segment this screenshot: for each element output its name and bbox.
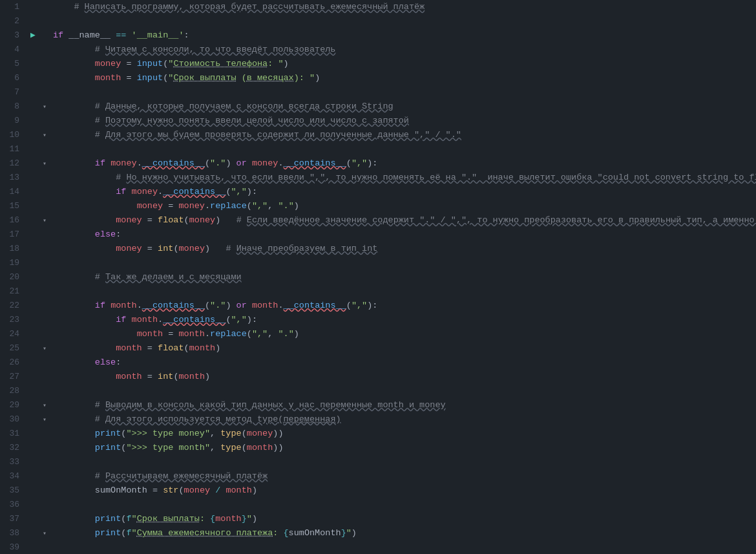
fold-25[interactable]: ▾	[39, 341, 50, 356]
line-content-3[interactable]: if __name__ == '__main__':	[50, 28, 756, 43]
line-num-35: 35	[0, 484, 27, 498]
line-30: 30 ▾ # Для этого используется метод type…	[0, 412, 756, 427]
line-num-17: 17	[0, 228, 27, 242]
line-content-6[interactable]: month = input("Срок выплаты (в месяцах):…	[50, 71, 756, 85]
line-5: 5 money = input("Стоимость телефона: ")	[0, 57, 756, 71]
line-num-16: 16	[0, 213, 27, 228]
line-content-38[interactable]: print(f"Сумма ежемесячного платежа: {sum…	[50, 526, 756, 540]
line-content-32[interactable]: print(">>> type month", type(month))	[50, 441, 756, 455]
line-num-38: 38	[0, 526, 27, 540]
fold-10[interactable]: ▾	[39, 128, 50, 143]
line-content-8: # Данные, которые получаем с консоли все…	[50, 100, 756, 114]
line-content-20: # Так же делаем и с месяцами	[50, 270, 756, 284]
line-content-35[interactable]: sumOnMonth = str(money / month)	[50, 484, 756, 498]
line-19: 19	[0, 256, 756, 270]
line-content-5[interactable]: money = input("Стоимость телефона: ")	[50, 57, 756, 71]
line-29: 29 ▾ # Выводим в консоль какой тип данны…	[0, 398, 756, 412]
line-10: 10 ▾ # Для этого мы будем проверять соде…	[0, 128, 756, 142]
line-num-19: 19	[0, 256, 27, 270]
line-21: 21	[0, 284, 756, 299]
line-18: 18 money = int(money) # Иначе преобразуе…	[0, 242, 756, 256]
line-num-34: 34	[0, 469, 27, 484]
code-editor: 1 # Написать программу, которая будет ра…	[0, 0, 756, 554]
line-7: 7	[0, 85, 756, 100]
line-num-23: 23	[0, 313, 27, 327]
line-num-27: 27	[0, 370, 27, 384]
line-num-11: 11	[0, 142, 27, 156]
line-num-15: 15	[0, 199, 27, 213]
line-27: 27 month = int(month)	[0, 370, 756, 384]
line-6: 6 month = input("Срок выплаты (в месяцах…	[0, 71, 756, 85]
line-38: 38 ▾ print(f"Сумма ежемесячного платежа:…	[0, 526, 756, 540]
line-num-7: 7	[0, 85, 27, 100]
line-content-12[interactable]: if money.__contains__(".") or money.__co…	[50, 156, 756, 171]
line-content-17[interactable]: else:	[50, 228, 756, 242]
line-content-30: # Для этого используется метод type(пере…	[50, 412, 756, 427]
line-content-9: # Поэтому нужно понять ввели целой число…	[50, 114, 756, 128]
line-4: 4 # Читаем с консоли, то что введёт поль…	[0, 43, 756, 57]
fold-38[interactable]: ▾	[39, 526, 50, 541]
line-25: 25 ▾ month = float(month)	[0, 341, 756, 356]
line-num-28: 28	[0, 384, 27, 398]
line-num-22: 22	[0, 299, 27, 313]
line-content-26[interactable]: else:	[50, 356, 756, 370]
fold-16[interactable]: ▾	[39, 213, 50, 228]
line-26: 26 else:	[0, 356, 756, 370]
line-28: 28	[0, 384, 756, 398]
line-num-32: 32	[0, 441, 27, 455]
line-num-31: 31	[0, 427, 27, 441]
line-num-5: 5	[0, 57, 27, 71]
line-34: 34 # Рассчитываем ежемесячный платёж	[0, 469, 756, 484]
line-content-34: # Рассчитываем ежемесячный платёж	[50, 469, 756, 484]
line-15: 15 money = money.replace(",", ".")	[0, 199, 756, 213]
line-9: 9 # Поэтому нужно понять ввели целой чис…	[0, 114, 756, 128]
line-content-23[interactable]: if month.__contains__(","):	[50, 313, 756, 327]
line-12: 12 ▾ if money.__contains__(".") or money…	[0, 156, 756, 171]
line-14: 14 if money.__contains__(","):	[0, 185, 756, 199]
fold-12[interactable]: ▾	[39, 156, 50, 171]
line-num-6: 6	[0, 71, 27, 85]
line-num-2: 2	[0, 14, 27, 28]
line-content-1[interactable]: # Написать программу, которая будет расс…	[50, 0, 756, 14]
line-20: 20 # Так же делаем и с месяцами	[0, 270, 756, 284]
line-22: 22 if month.__contains__(".") or month._…	[0, 299, 756, 313]
line-content-22[interactable]: if month.__contains__(".") or month.__co…	[50, 299, 756, 313]
line-36: 36	[0, 498, 756, 512]
line-num-25: 25	[0, 341, 27, 356]
run-arrow[interactable]: ▶	[27, 28, 39, 43]
line-content-16[interactable]: money = float(money) # Если введённое зн…	[50, 213, 756, 228]
line-num-24: 24	[0, 327, 27, 341]
line-num-1: 1	[0, 0, 27, 14]
line-24: 24 month = month.replace(",", ".")	[0, 327, 756, 341]
fold-30[interactable]: ▾	[39, 412, 50, 427]
line-num-29: 29	[0, 398, 27, 412]
line-content-37[interactable]: print(f"Срок выплаты: {month}")	[50, 512, 756, 526]
line-1: 1 # Написать программу, которая будет ра…	[0, 0, 756, 14]
line-num-26: 26	[0, 356, 27, 370]
line-num-3: 3	[0, 28, 27, 43]
line-num-9: 9	[0, 114, 27, 128]
fold-8[interactable]: ▾	[39, 100, 50, 114]
fold-29[interactable]: ▾	[39, 398, 50, 413]
line-content-13: # Но нужно учитывать, что если ввели ","…	[50, 171, 756, 185]
line-content-31[interactable]: print(">>> type money", type(money))	[50, 427, 756, 441]
line-11: 11	[0, 142, 756, 156]
line-content-25[interactable]: month = float(month)	[50, 341, 756, 356]
line-content-14[interactable]: if money.__contains__(","):	[50, 185, 756, 199]
line-content-24[interactable]: month = month.replace(",", ".")	[50, 327, 756, 341]
line-num-30: 30	[0, 412, 27, 427]
line-content-27[interactable]: month = int(month)	[50, 370, 756, 384]
line-content-15[interactable]: money = money.replace(",", ".")	[50, 199, 756, 213]
line-content-18[interactable]: money = int(money) # Иначе преобразуем в…	[50, 242, 756, 256]
line-31: 31 print(">>> type money", type(money))	[0, 427, 756, 441]
line-13: 13 # Но нужно учитывать, что если ввели …	[0, 171, 756, 185]
line-num-39: 39	[0, 540, 27, 554]
line-content-4: # Читаем с консоли, то что введёт пользо…	[50, 43, 756, 57]
line-8: 8 ▾ # Данные, которые получаем с консоли…	[0, 100, 756, 114]
line-num-4: 4	[0, 43, 27, 57]
line-32: 32 print(">>> type month", type(month))	[0, 441, 756, 455]
line-num-37: 37	[0, 512, 27, 526]
line-num-13: 13	[0, 171, 27, 185]
line-content-10: # Для этого мы будем проверять содержит …	[50, 128, 756, 142]
line-37: 37 print(f"Срок выплаты: {month}")	[0, 512, 756, 526]
